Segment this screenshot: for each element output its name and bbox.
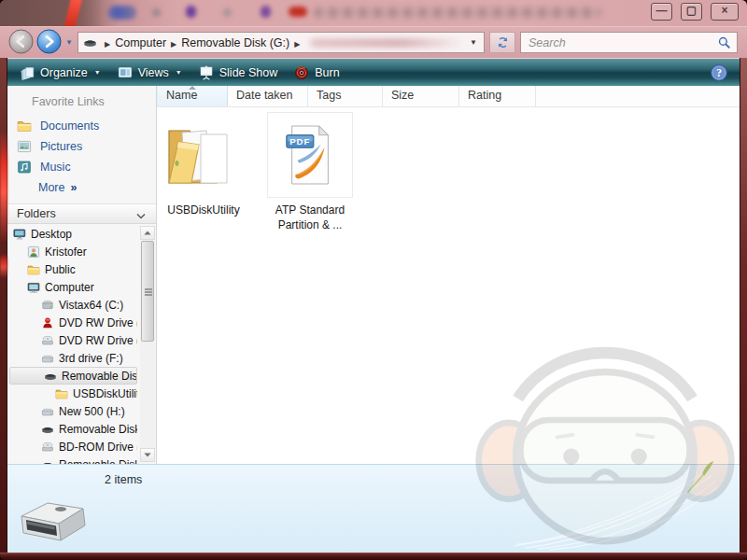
file-atp-standard-partition[interactable]: PDFATP Standard Partition & ... xyxy=(265,112,355,232)
refresh-button[interactable] xyxy=(489,32,515,53)
column-header-tags[interactable]: Tags xyxy=(308,86,383,106)
tree-item-usbdiskutility[interactable]: USBDiskUtility xyxy=(7,385,137,402)
column-header-name[interactable]: Name xyxy=(157,86,228,106)
tree-item-kristofer[interactable]: Kristofer xyxy=(7,243,137,260)
toolbar-slide-show-button[interactable]: Slide Show xyxy=(190,62,287,84)
dvd-red-icon xyxy=(41,316,54,329)
help-button[interactable]: ? xyxy=(710,63,728,82)
navigation-bar: ▼ ▶Computer▶Removable Disk (G:)▶ ▼ xyxy=(0,26,747,58)
dvd-icon xyxy=(41,441,54,454)
back-button[interactable] xyxy=(8,29,34,54)
breadcrumb-computer[interactable]: Computer xyxy=(115,36,166,49)
folder-icon xyxy=(55,387,68,400)
folder-icon xyxy=(17,119,32,133)
more-links[interactable]: More » xyxy=(7,177,156,198)
items-count: 2 items xyxy=(105,473,142,486)
toolbar-views-button[interactable]: Views▼ xyxy=(109,62,190,84)
border-red-glow xyxy=(0,131,7,243)
toolbar-label: Views xyxy=(138,66,169,79)
sidebar-item-music[interactable]: Music xyxy=(7,157,156,177)
toolbar-items: Organize▼Views▼Slide ShowBurn xyxy=(11,62,348,84)
breadcrumb-separator-icon: ▶ xyxy=(100,40,115,49)
window-body: Favorite Links DocumentsPicturesMusic Mo… xyxy=(7,86,740,464)
more-chevrons-icon: » xyxy=(70,181,77,194)
scroll-down-button[interactable] xyxy=(140,448,155,462)
search-icon[interactable] xyxy=(717,35,731,49)
favorite-links-list: DocumentsPicturesMusic xyxy=(7,116,156,177)
file-list-area: NameDate takenTagsSizeRating USBDiskUtil… xyxy=(157,86,740,464)
file-usbdiskutility[interactable]: USBDiskUtility xyxy=(159,112,248,232)
tree-item-new-500-h[interactable]: New 500 (H:) xyxy=(7,402,137,420)
blurred-icon xyxy=(186,6,196,18)
search-input[interactable] xyxy=(527,35,717,50)
toolbar: Organize▼Views▼Slide ShowBurn ? xyxy=(0,58,747,86)
folder-icon xyxy=(27,263,40,276)
tree-scrollbar[interactable] xyxy=(140,226,155,462)
breadcrumb-dropdown-arrow[interactable]: ▼ xyxy=(470,38,484,47)
tree-item-dvd-rw-drive-e[interactable]: DVD RW Drive (E:) xyxy=(7,331,137,349)
window-border-bottom xyxy=(0,553,747,560)
toolbar-burn-button[interactable]: Burn xyxy=(286,62,347,84)
tree-item-removable-disk-l[interactable]: Removable Disk (L xyxy=(7,455,137,464)
blurred-icon xyxy=(152,8,161,17)
blurred-browser-icon xyxy=(108,6,136,20)
usb-drive-icon xyxy=(12,496,91,550)
tree-item-computer[interactable]: Computer xyxy=(7,278,137,296)
pdf-icon: PDF xyxy=(267,112,353,198)
sidebar-item-documents[interactable]: Documents xyxy=(7,116,156,136)
toolbar-label: Organize xyxy=(40,66,88,79)
desktop-icon xyxy=(13,228,26,241)
sort-ascending-icon xyxy=(189,86,196,90)
sidebar: Favorite Links DocumentsPicturesMusic Mo… xyxy=(7,86,157,464)
border-red-glow xyxy=(0,254,7,278)
maximize-button[interactable]: ▢ xyxy=(681,3,702,21)
scrollbar-thumb[interactable] xyxy=(141,241,154,342)
chevron-down-icon: ▼ xyxy=(94,69,101,76)
svg-text:?: ? xyxy=(716,67,722,78)
breadcrumb-crumbs: ▶Computer▶Removable Disk (G:)▶ xyxy=(100,36,304,49)
tree-item-public[interactable]: Public xyxy=(7,260,137,278)
toolbar-organize-button[interactable]: Organize▼ xyxy=(11,62,109,84)
chevron-down-icon: ▼ xyxy=(176,69,182,76)
breadcrumb-removable-disk-g[interactable]: Removable Disk (G:) xyxy=(181,36,289,49)
explorer-window: — ▢ × ▼ ▶Computer▶Removable Disk (G:)▶ ▼ xyxy=(0,0,747,560)
slideshow-icon xyxy=(199,65,214,80)
folder-icon xyxy=(161,112,247,198)
minimize-button[interactable]: — xyxy=(651,3,672,21)
music-icon xyxy=(17,160,32,175)
tree-item-desktop[interactable]: Desktop xyxy=(7,225,137,243)
drive-icon xyxy=(83,35,97,49)
tree-item-3rd-drive-f[interactable]: 3rd drive (F:) xyxy=(7,349,137,367)
folders-band[interactable]: Folders xyxy=(7,203,156,224)
recent-pages-dropdown[interactable]: ▼ xyxy=(65,38,73,47)
chevron-down-icon xyxy=(135,210,147,217)
removable-icon xyxy=(41,423,54,436)
scroll-up-button[interactable] xyxy=(140,226,155,240)
column-header-date-taken[interactable]: Date taken xyxy=(228,86,308,106)
drive-icon xyxy=(41,405,54,418)
tree-item-dvd-rw-drive-d[interactable]: DVD RW Drive (D:) xyxy=(7,314,137,331)
blurred-url-text xyxy=(314,7,601,18)
status-bar: 2 items xyxy=(7,464,740,553)
blurred-icon xyxy=(261,6,271,18)
column-header-size[interactable]: Size xyxy=(383,86,459,106)
tree-item-vistax64-c[interactable]: Vistax64 (C:) xyxy=(7,296,137,314)
dvd-icon xyxy=(41,334,54,347)
tree-item-removable-disk-g[interactable]: Removable Disk (G xyxy=(9,367,137,385)
tree-item-removable-disk-j[interactable]: Removable Disk (J: xyxy=(7,420,137,438)
blurred-favicon xyxy=(289,7,307,17)
forward-button[interactable] xyxy=(36,29,62,54)
hdd-icon xyxy=(41,299,54,312)
column-headers: NameDate takenTagsSizeRating xyxy=(157,86,740,107)
toolbar-label: Slide Show xyxy=(219,66,278,79)
drive-icon xyxy=(41,352,54,365)
svg-text:PDF: PDF xyxy=(289,136,310,147)
close-button[interactable]: × xyxy=(711,3,739,21)
window-controls: — ▢ × xyxy=(651,3,739,21)
sidebar-item-pictures[interactable]: Pictures xyxy=(7,136,156,157)
column-header-rating[interactable]: Rating xyxy=(459,86,536,106)
organize-icon xyxy=(20,65,35,80)
tree-item-bd-rom-drive-k[interactable]: BD-ROM Drive (K:) xyxy=(7,438,137,455)
burn-icon xyxy=(294,65,309,80)
blurred-breadcrumb-segment xyxy=(310,38,464,48)
